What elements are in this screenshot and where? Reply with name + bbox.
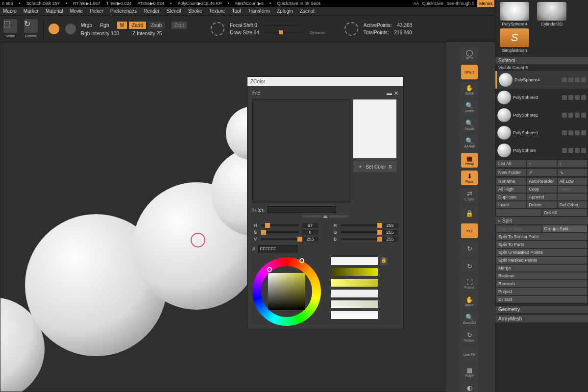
zcolor-popup[interactable]: ZColor File ▬✕ ＋Set Color⎘ Filter: H67 S… xyxy=(247,76,404,329)
actual-button[interactable]: 🔍Actual xyxy=(461,118,478,132)
up-button[interactable]: ↑ xyxy=(527,160,556,167)
geometry-header[interactable]: Geometry xyxy=(495,306,588,313)
tool-thumb[interactable]: SSimpleBrush xyxy=(497,28,532,53)
v-slider[interactable] xyxy=(261,238,299,240)
right-panel: PolySphere4 Cylinder3D SSimpleBrush Subt… xyxy=(495,0,588,392)
zsub-mode[interactable]: Zsub xyxy=(148,22,165,29)
bpr-button[interactable]: ◯BPR xyxy=(461,47,478,62)
s-slider[interactable] xyxy=(261,231,299,233)
z-button[interactable]: ↻ xyxy=(461,259,478,273)
brush-cursor-icon xyxy=(191,233,205,247)
rename-button[interactable]: Rename xyxy=(496,178,526,185)
h-slider[interactable] xyxy=(261,224,299,226)
zoom-button[interactable]: 🔍Zoom xyxy=(461,100,478,115)
subtool-item[interactable]: PolySphere2 xyxy=(495,106,588,124)
subtool-item[interactable]: PolySphere4 xyxy=(495,71,588,89)
hex-input[interactable] xyxy=(258,245,297,252)
minimize-icon[interactable]: ▬ xyxy=(387,90,392,97)
s-indicator[interactable] xyxy=(209,22,226,36)
color-square[interactable] xyxy=(268,273,305,310)
tool-thumb[interactable]: PolySphere4 xyxy=(497,2,532,26)
filter-input[interactable] xyxy=(268,206,336,213)
b-slider[interactable] xyxy=(341,238,379,240)
xyz-button[interactable]: XYZ xyxy=(461,223,478,238)
setcolor-button[interactable]: ＋Set Color⎘ xyxy=(353,161,396,172)
rotate3d-button[interactable]: ↻Rotate xyxy=(461,329,478,344)
linefill-button[interactable]: Line Fill xyxy=(461,347,478,362)
d-indicator[interactable] xyxy=(343,22,360,36)
transp-button[interactable]: ◐Transp xyxy=(461,382,478,392)
color-wheel[interactable] xyxy=(252,257,321,326)
m-mode[interactable]: M xyxy=(117,22,127,29)
down-button[interactable]: ↓ xyxy=(558,160,587,167)
lsym-button[interactable]: ⇄L.Sym xyxy=(461,188,478,203)
newfolder-button[interactable]: New Folder xyxy=(496,169,526,176)
popup-title: ZColor xyxy=(247,77,403,86)
close-icon[interactable]: ✕ xyxy=(394,90,398,97)
frame-button[interactable]: ⛶Frame xyxy=(461,276,478,291)
zcut-mode[interactable]: Zcut xyxy=(172,22,187,29)
scale-tool[interactable]: ⬚Scale xyxy=(2,19,19,38)
persp-button[interactable]: ▦Persp xyxy=(461,153,478,168)
lock-icon[interactable]: 🔒 xyxy=(380,257,388,265)
g-slider[interactable] xyxy=(341,231,379,233)
floor-button[interactable]: ⬇Floor xyxy=(461,171,478,185)
split-header[interactable]: Split xyxy=(495,217,588,224)
subtool-item[interactable]: PolySphere3 xyxy=(495,89,588,106)
r-slider[interactable] xyxy=(341,224,379,226)
subtool-item[interactable]: PolySphere1 xyxy=(495,124,588,142)
aahalf-button[interactable]: 🔍AAHalf xyxy=(461,135,478,150)
listall-button[interactable]: List All xyxy=(496,160,526,167)
texture-channel[interactable] xyxy=(65,24,76,34)
polyf-button[interactable]: ▦PolyF xyxy=(461,365,478,379)
color-preview xyxy=(353,99,396,158)
tool-thumb[interactable]: Cylinder3D xyxy=(535,2,569,26)
rotate-tool[interactable]: ↻Rotate xyxy=(23,19,39,38)
swatch-area[interactable] xyxy=(252,99,350,202)
menu-macro[interactable]: Macro xyxy=(3,8,17,14)
subtool-item[interactable]: PolySphere xyxy=(495,142,588,159)
file-menu[interactable]: File xyxy=(252,90,260,97)
lock-button[interactable]: 🔒 xyxy=(461,206,478,220)
spix-button[interactable]: SPix 3 xyxy=(461,65,478,79)
view-strip: ◯BPR SPix 3 ✋Scroll 🔍Zoom 🔍Actual 🔍AAHal… xyxy=(460,47,479,392)
zadd-mode[interactable]: Zadd xyxy=(129,22,146,29)
zoom3d-button[interactable]: 🔍Zoom3D xyxy=(461,312,478,326)
menus-toggle[interactable]: Menus xyxy=(477,0,494,7)
y-button[interactable]: ↻ xyxy=(461,241,478,256)
move-button[interactable]: ✋Move xyxy=(461,294,478,309)
subtool-header[interactable]: Subtool xyxy=(495,57,588,64)
swatch-column[interactable]: 🔒 xyxy=(331,257,388,319)
arraymesh-header[interactable]: ArrayMesh xyxy=(495,315,588,322)
scroll-button[interactable]: ✋Scroll xyxy=(461,82,478,97)
material-channel[interactable] xyxy=(49,24,59,34)
